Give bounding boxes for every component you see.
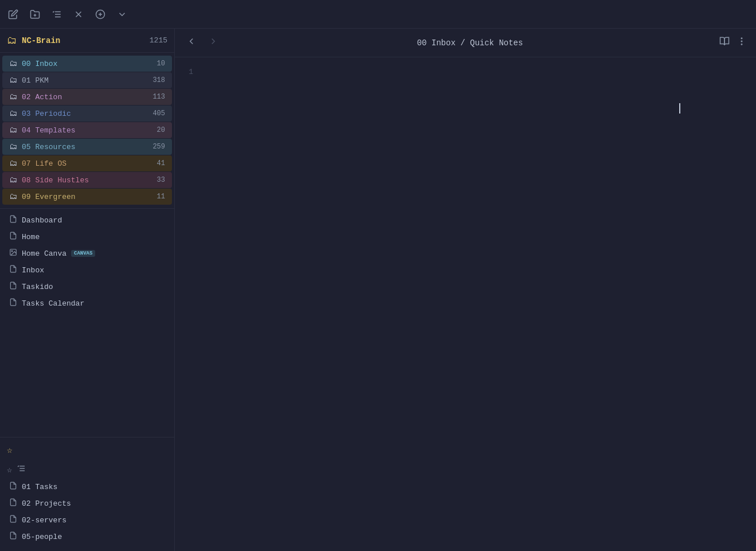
folder-name: 07 Life OS <box>22 159 152 168</box>
nav-forward-button[interactable] <box>206 34 221 52</box>
star-icon: ☆ <box>7 444 13 456</box>
note-icon <box>9 265 17 275</box>
note-icon <box>9 282 17 292</box>
folder-icon: 🗂 <box>9 126 17 135</box>
note-icon <box>9 498 17 509</box>
folder-count: 113 <box>152 93 165 101</box>
folder-icon: 🗂 <box>9 175 17 185</box>
folder-icon: 🗂 <box>9 59 17 68</box>
folder-name: 05 Resources <box>22 143 148 151</box>
folder-count: 11 <box>157 193 165 201</box>
folder-09-evergreen[interactable]: 🗂 09 Evergreen 11 <box>2 189 172 205</box>
file-name: Home Canva <box>22 249 66 258</box>
editor-title: 00 Inbox / Quick Notes <box>228 38 712 48</box>
add-circle-icon[interactable] <box>94 8 107 21</box>
file-tasks-calendar[interactable]: Tasks Calendar <box>2 295 172 311</box>
file-name: Home <box>22 233 40 241</box>
file-dashboard[interactable]: Dashboard <box>2 212 172 228</box>
bookmarks-toggle[interactable]: ☆ <box>0 441 174 459</box>
close-x-icon[interactable] <box>72 8 85 21</box>
bookmark-02-projects[interactable]: 02 Projects <box>2 495 172 511</box>
folder-icon: 🗂 <box>9 92 17 101</box>
file-name: 02 Projects <box>22 499 71 508</box>
bookmark-list-icon[interactable] <box>17 464 26 476</box>
folder-file-divider <box>0 208 174 209</box>
file-name: Tasks Calendar <box>22 299 84 308</box>
new-folder-icon[interactable] <box>29 8 41 21</box>
editor: 00 Inbox / Quick Notes <box>175 29 756 551</box>
folder-count: 41 <box>157 159 165 167</box>
main-layout: 🗂 NC-Brain 1215 🗂 00 Inbox 10 🗂 01 PKM 3… <box>0 29 756 551</box>
file-name: Taskido <box>22 283 53 291</box>
line-numbers: 1 <box>175 57 198 551</box>
folder-03-periodic[interactable]: 🗂 03 Periodic 405 <box>2 105 172 122</box>
vault-name: NC-Brain <box>22 36 145 45</box>
bookmarks-section: ☆ ☆ <box>0 437 174 551</box>
file-taskido[interactable]: Taskido <box>2 279 172 295</box>
folder-name: 01 PKM <box>22 76 148 85</box>
folder-name: 08 Side Hustles <box>22 176 152 185</box>
folder-icon: 🗂 <box>9 109 17 118</box>
folder-icon: 🗂 <box>9 76 17 85</box>
editor-content: 1 <box>175 57 756 551</box>
svg-point-17 <box>741 44 742 45</box>
folder-count: 33 <box>157 176 165 184</box>
toolbar <box>0 0 756 29</box>
folder-02-action[interactable]: 🗂 02 Action 113 <box>2 89 172 105</box>
file-home-canva[interactable]: Home Canva CANVAS <box>2 245 172 261</box>
sort-icon[interactable] <box>50 8 63 21</box>
file-inbox[interactable]: Inbox <box>2 262 172 278</box>
folder-count: 259 <box>152 143 165 151</box>
nav-back-button[interactable] <box>184 34 199 52</box>
reading-view-icon[interactable] <box>719 36 730 49</box>
canvas-icon <box>9 248 17 259</box>
folder-01-pkm[interactable]: 🗂 01 PKM 318 <box>2 72 172 88</box>
folder-07-life-os[interactable]: 🗂 07 Life OS 41 <box>2 155 172 171</box>
sidebar: 🗂 NC-Brain 1215 🗂 00 Inbox 10 🗂 01 PKM 3… <box>0 29 175 551</box>
canvas-badge: CANVAS <box>71 250 95 257</box>
svg-point-16 <box>741 41 742 42</box>
folder-icon: 🗂 <box>9 192 17 201</box>
bookmark-05-people[interactable]: 05-people <box>2 529 172 545</box>
edit-icon[interactable] <box>7 8 19 21</box>
folder-04-templates[interactable]: 🗂 04 Templates 20 <box>2 122 172 138</box>
editor-textarea[interactable] <box>198 57 756 551</box>
svg-point-15 <box>741 38 742 39</box>
file-name: 02-servers <box>22 516 66 525</box>
folder-count: 20 <box>157 126 165 134</box>
file-name: 01 Tasks <box>22 483 57 491</box>
folder-name: 09 Evergreen <box>22 193 152 201</box>
bookmark-01-tasks[interactable]: 01 Tasks <box>2 479 172 495</box>
line-number-1: 1 <box>184 67 193 79</box>
folder-00-inbox[interactable]: 🗂 00 Inbox 10 <box>2 56 172 72</box>
folder-name: 03 Periodic <box>22 110 148 118</box>
chevron-down-icon[interactable] <box>116 8 128 21</box>
bookmarks-toolbar: ☆ <box>0 462 174 478</box>
folder-list: 🗂 00 Inbox 10 🗂 01 PKM 318 🗂 02 Action 1… <box>0 53 174 437</box>
folder-name: 04 Templates <box>22 126 152 135</box>
file-home[interactable]: Home <box>2 229 172 245</box>
svg-point-11 <box>11 251 13 252</box>
editor-actions <box>719 36 747 49</box>
vault-count: 1215 <box>150 36 167 45</box>
note-icon <box>9 215 17 225</box>
vault-folder-icon: 🗂 <box>7 34 17 46</box>
editor-header: 00 Inbox / Quick Notes <box>175 29 756 57</box>
file-name: 05-people <box>22 533 62 541</box>
bookmark-02-servers[interactable]: 02-servers <box>2 512 172 528</box>
note-icon <box>9 515 17 525</box>
folder-icon: 🗂 <box>9 142 17 151</box>
vault-header[interactable]: 🗂 NC-Brain 1215 <box>0 29 174 53</box>
folder-count: 318 <box>152 76 165 84</box>
folder-08-side-hustles[interactable]: 🗂 08 Side Hustles 33 <box>2 172 172 188</box>
folder-count: 405 <box>152 110 165 118</box>
folder-name: 00 Inbox <box>22 60 152 68</box>
more-options-icon[interactable] <box>737 36 747 49</box>
bookmarks-content: ☆ <box>0 459 174 548</box>
file-name: Dashboard <box>22 216 62 225</box>
folder-name: 02 Action <box>22 93 148 101</box>
note-icon <box>9 532 17 542</box>
bookmark-star-icon[interactable]: ☆ <box>7 464 12 475</box>
note-icon <box>9 298 17 308</box>
folder-05-resources[interactable]: 🗂 05 Resources 259 <box>2 139 172 155</box>
